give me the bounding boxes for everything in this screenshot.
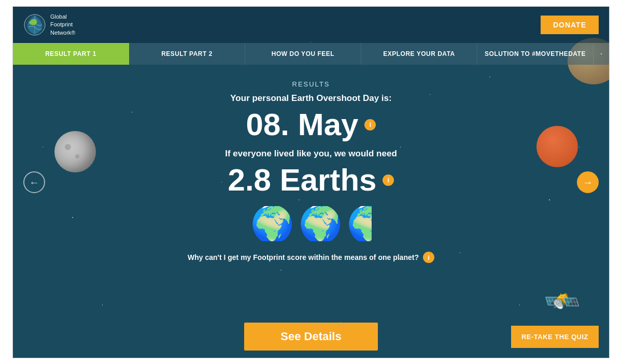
earth-emoji-2: 🌍 <box>299 206 343 241</box>
right-arrow-icon: → <box>583 177 593 188</box>
earth-emoji-1: 🌍 <box>250 206 294 241</box>
logo-area: Global Footprint Network® <box>23 13 75 37</box>
footprint-question: Why can't I get my Footprint score withi… <box>188 252 434 263</box>
retake-quiz-button[interactable]: RE-TAKE THE QUIZ <box>511 326 599 348</box>
main-content: RESULTS Your personal Earth Overshoot Da… <box>13 65 609 273</box>
footprint-info-badge[interactable]: i <box>423 252 434 263</box>
earths-info-badge[interactable]: i <box>383 174 394 186</box>
earth-emoji-3: 🌍 <box>347 206 372 241</box>
date-text: 08. May <box>246 107 359 142</box>
overshoot-subtitle: Your personal Earth Overshoot Day is: <box>230 93 391 104</box>
donate-button[interactable]: DONATE <box>541 16 599 34</box>
if-everyone-text: If everyone lived like you, we would nee… <box>225 149 397 159</box>
nav-tabs: RESULT PART 1 RESULT PART 2 HOW DO YOU F… <box>13 43 609 65</box>
next-arrow-button[interactable]: → <box>577 171 599 193</box>
prev-arrow-button[interactable]: ← <box>23 171 45 193</box>
tab-how-do-you-feel[interactable]: HOW DO YOU FEEL <box>245 43 361 65</box>
left-arrow-icon: ← <box>29 177 39 188</box>
footprint-question-text: Why can't I get my Footprint score withi… <box>188 253 419 261</box>
results-label: RESULTS <box>292 80 330 88</box>
date-info-badge[interactable]: i <box>364 119 376 130</box>
tab-solution[interactable]: SOLUTION TO #MOVETHEDATE <box>477 43 593 65</box>
earths-display: 2.8 Earths i <box>228 162 394 198</box>
bottom-bar: See Details RE-TAKE THE QUIZ <box>13 315 609 358</box>
tab-explore-your-data[interactable]: EXPLORE YOUR DATA <box>361 43 477 65</box>
tab-result-part-1[interactable]: RESULT PART 1 <box>13 43 129 65</box>
tab-result-part-2[interactable]: RESULT PART 2 <box>129 43 245 65</box>
logo-text: Global Footprint Network® <box>50 13 75 37</box>
header: Global Footprint Network® DONATE <box>13 7 609 43</box>
logo-icon <box>23 13 46 36</box>
earth-globe-1: 🌍 <box>250 206 294 241</box>
earths-text: 2.8 Earths <box>228 162 377 198</box>
earth-globe-3: 🌍 <box>347 206 372 241</box>
date-display: 08. May i <box>246 107 376 142</box>
more-tabs-button[interactable]: · <box>593 43 609 65</box>
earth-globe-2: 🌍 <box>299 206 343 241</box>
see-details-button[interactable]: See Details <box>244 323 377 351</box>
earth-globes-container: 🌍 🌍 🌍 <box>250 206 372 241</box>
